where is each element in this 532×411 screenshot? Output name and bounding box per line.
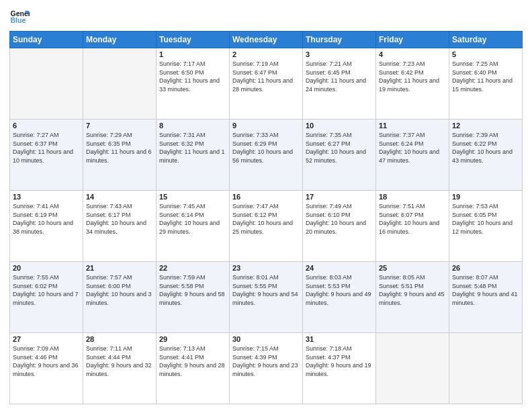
column-header-thursday: Thursday bbox=[303, 32, 376, 48]
calendar-week-row: 27Sunrise: 7:09 AMSunset: 4:46 PMDayligh… bbox=[10, 333, 523, 404]
calendar-day-cell bbox=[10, 48, 83, 120]
calendar-day-cell: 31Sunrise: 7:18 AMSunset: 4:37 PMDayligh… bbox=[303, 333, 376, 404]
calendar-day-cell: 19Sunrise: 7:53 AMSunset: 6:05 PMDayligh… bbox=[449, 191, 523, 262]
day-number: 14 bbox=[86, 193, 153, 201]
calendar-week-row: 1Sunrise: 7:17 AMSunset: 6:50 PMDaylight… bbox=[10, 48, 523, 120]
calendar-day-cell: 10Sunrise: 7:35 AMSunset: 6:27 PMDayligh… bbox=[303, 120, 376, 191]
day-info: Sunrise: 7:18 AMSunset: 4:37 PMDaylight:… bbox=[306, 345, 373, 378]
calendar-day-cell: 14Sunrise: 7:43 AMSunset: 6:17 PMDayligh… bbox=[83, 191, 157, 262]
calendar-day-cell: 27Sunrise: 7:09 AMSunset: 4:46 PMDayligh… bbox=[10, 333, 83, 404]
day-info: Sunrise: 7:41 AMSunset: 6:19 PMDaylight:… bbox=[13, 202, 80, 236]
day-info: Sunrise: 7:21 AMSunset: 6:45 PMDaylight:… bbox=[306, 60, 373, 93]
calendar-day-cell: 20Sunrise: 7:55 AMSunset: 6:02 PMDayligh… bbox=[10, 262, 83, 333]
calendar-day-cell: 11Sunrise: 7:37 AMSunset: 6:24 PMDayligh… bbox=[376, 120, 449, 191]
day-number: 8 bbox=[159, 122, 226, 130]
calendar-day-cell: 2Sunrise: 7:19 AMSunset: 6:47 PMDaylight… bbox=[230, 48, 303, 120]
column-header-wednesday: Wednesday bbox=[230, 32, 303, 48]
calendar-day-cell bbox=[376, 333, 449, 404]
day-info: Sunrise: 7:45 AMSunset: 6:14 PMDaylight:… bbox=[159, 202, 226, 236]
day-info: Sunrise: 7:13 AMSunset: 4:41 PMDaylight:… bbox=[159, 345, 226, 378]
day-info: Sunrise: 7:17 AMSunset: 6:50 PMDaylight:… bbox=[159, 60, 226, 93]
day-info: Sunrise: 7:55 AMSunset: 6:02 PMDaylight:… bbox=[13, 273, 80, 307]
day-number: 4 bbox=[379, 50, 446, 58]
day-number: 9 bbox=[232, 122, 300, 130]
column-header-monday: Monday bbox=[83, 32, 157, 48]
calendar-day-cell: 29Sunrise: 7:13 AMSunset: 4:41 PMDayligh… bbox=[157, 333, 230, 404]
day-number: 10 bbox=[306, 122, 373, 130]
day-number: 6 bbox=[13, 122, 80, 130]
calendar-header-row: SundayMondayTuesdayWednesdayThursdayFrid… bbox=[10, 32, 523, 48]
column-header-friday: Friday bbox=[376, 32, 449, 48]
calendar-week-row: 13Sunrise: 7:41 AMSunset: 6:19 PMDayligh… bbox=[10, 191, 523, 262]
day-number: 18 bbox=[379, 193, 446, 201]
day-info: Sunrise: 7:19 AMSunset: 6:47 PMDaylight:… bbox=[232, 60, 300, 93]
day-number: 26 bbox=[452, 264, 519, 272]
calendar-day-cell: 22Sunrise: 7:59 AMSunset: 5:58 PMDayligh… bbox=[157, 262, 230, 333]
calendar-day-cell: 6Sunrise: 7:27 AMSunset: 6:37 PMDaylight… bbox=[10, 120, 83, 191]
day-number: 13 bbox=[13, 193, 80, 201]
day-info: Sunrise: 7:27 AMSunset: 6:37 PMDaylight:… bbox=[13, 131, 80, 165]
day-info: Sunrise: 7:43 AMSunset: 6:17 PMDaylight:… bbox=[86, 202, 153, 236]
calendar-day-cell: 8Sunrise: 7:31 AMSunset: 6:32 PMDaylight… bbox=[157, 120, 230, 191]
day-number: 28 bbox=[86, 335, 153, 343]
calendar-day-cell: 21Sunrise: 7:57 AMSunset: 6:00 PMDayligh… bbox=[83, 262, 157, 333]
day-info: Sunrise: 7:09 AMSunset: 4:46 PMDaylight:… bbox=[13, 345, 80, 378]
calendar-day-cell: 1Sunrise: 7:17 AMSunset: 6:50 PMDaylight… bbox=[157, 48, 230, 120]
day-number: 5 bbox=[452, 50, 519, 58]
day-number: 30 bbox=[232, 335, 300, 343]
calendar-day-cell bbox=[83, 48, 157, 120]
calendar-day-cell: 4Sunrise: 7:23 AMSunset: 6:42 PMDaylight… bbox=[376, 48, 449, 120]
calendar-week-row: 6Sunrise: 7:27 AMSunset: 6:37 PMDaylight… bbox=[10, 120, 523, 191]
day-number: 31 bbox=[306, 335, 373, 343]
day-info: Sunrise: 8:07 AMSunset: 5:48 PMDaylight:… bbox=[452, 273, 519, 307]
day-info: Sunrise: 7:39 AMSunset: 6:22 PMDaylight:… bbox=[452, 131, 519, 165]
column-header-tuesday: Tuesday bbox=[157, 32, 230, 48]
day-number: 27 bbox=[13, 335, 80, 343]
calendar-day-cell: 18Sunrise: 7:51 AMSunset: 6:07 PMDayligh… bbox=[376, 191, 449, 262]
day-info: Sunrise: 8:01 AMSunset: 5:55 PMDaylight:… bbox=[232, 273, 300, 307]
day-number: 25 bbox=[379, 264, 446, 272]
page-header: General Blue bbox=[9, 7, 523, 27]
svg-text:Blue: Blue bbox=[11, 16, 26, 24]
day-info: Sunrise: 7:33 AMSunset: 6:29 PMDaylight:… bbox=[232, 131, 300, 165]
day-info: Sunrise: 7:11 AMSunset: 4:44 PMDaylight:… bbox=[86, 345, 153, 378]
day-number: 29 bbox=[159, 335, 226, 343]
day-info: Sunrise: 7:15 AMSunset: 4:39 PMDaylight:… bbox=[232, 345, 300, 378]
day-info: Sunrise: 7:57 AMSunset: 6:00 PMDaylight:… bbox=[86, 273, 153, 307]
day-info: Sunrise: 7:37 AMSunset: 6:24 PMDaylight:… bbox=[379, 131, 446, 165]
calendar-day-cell: 25Sunrise: 8:05 AMSunset: 5:51 PMDayligh… bbox=[376, 262, 449, 333]
day-info: Sunrise: 7:35 AMSunset: 6:27 PMDaylight:… bbox=[306, 131, 373, 165]
logo-icon: General Blue bbox=[9, 7, 30, 27]
day-info: Sunrise: 7:59 AMSunset: 5:58 PMDaylight:… bbox=[159, 273, 226, 307]
day-info: Sunrise: 7:47 AMSunset: 6:12 PMDaylight:… bbox=[232, 202, 300, 236]
column-header-sunday: Sunday bbox=[10, 32, 83, 48]
day-number: 11 bbox=[379, 122, 446, 130]
day-info: Sunrise: 7:53 AMSunset: 6:05 PMDaylight:… bbox=[452, 202, 519, 236]
logo: General Blue bbox=[9, 7, 32, 27]
day-info: Sunrise: 7:31 AMSunset: 6:32 PMDaylight:… bbox=[159, 131, 226, 165]
day-number: 16 bbox=[232, 193, 300, 201]
day-info: Sunrise: 7:23 AMSunset: 6:42 PMDaylight:… bbox=[379, 60, 446, 93]
calendar-day-cell: 17Sunrise: 7:49 AMSunset: 6:10 PMDayligh… bbox=[303, 191, 376, 262]
day-number: 17 bbox=[306, 193, 373, 201]
calendar-table: SundayMondayTuesdayWednesdayThursdayFrid… bbox=[9, 31, 523, 404]
day-number: 7 bbox=[86, 122, 153, 130]
day-number: 1 bbox=[159, 50, 226, 58]
day-number: 15 bbox=[159, 193, 226, 201]
calendar-day-cell: 16Sunrise: 7:47 AMSunset: 6:12 PMDayligh… bbox=[230, 191, 303, 262]
calendar-day-cell: 15Sunrise: 7:45 AMSunset: 6:14 PMDayligh… bbox=[157, 191, 230, 262]
day-number: 21 bbox=[86, 264, 153, 272]
column-header-saturday: Saturday bbox=[449, 32, 523, 48]
day-number: 20 bbox=[13, 264, 80, 272]
day-number: 24 bbox=[306, 264, 373, 272]
day-number: 23 bbox=[232, 264, 300, 272]
calendar-day-cell: 7Sunrise: 7:29 AMSunset: 6:35 PMDaylight… bbox=[83, 120, 157, 191]
day-number: 3 bbox=[306, 50, 373, 58]
calendar-day-cell: 28Sunrise: 7:11 AMSunset: 4:44 PMDayligh… bbox=[83, 333, 157, 404]
calendar-day-cell: 30Sunrise: 7:15 AMSunset: 4:39 PMDayligh… bbox=[230, 333, 303, 404]
day-info: Sunrise: 7:29 AMSunset: 6:35 PMDaylight:… bbox=[86, 131, 153, 165]
calendar-day-cell: 13Sunrise: 7:41 AMSunset: 6:19 PMDayligh… bbox=[10, 191, 83, 262]
day-info: Sunrise: 7:51 AMSunset: 6:07 PMDaylight:… bbox=[379, 202, 446, 236]
day-info: Sunrise: 7:25 AMSunset: 6:40 PMDaylight:… bbox=[452, 60, 519, 93]
day-info: Sunrise: 8:05 AMSunset: 5:51 PMDaylight:… bbox=[379, 273, 446, 307]
